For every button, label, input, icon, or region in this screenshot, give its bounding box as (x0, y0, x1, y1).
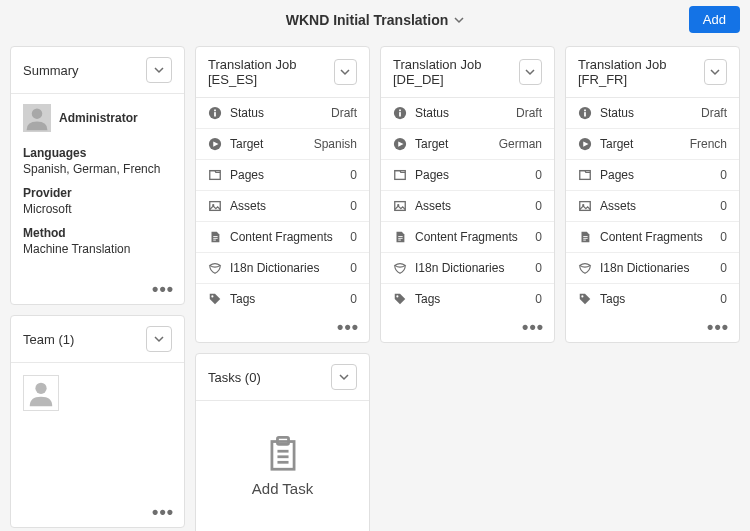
project-title: WKND Initial Translation (286, 12, 449, 28)
job-row: StatusDraft (196, 98, 369, 129)
tasks-collapse-toggle[interactable] (331, 364, 357, 390)
chevron-down-icon (454, 15, 464, 25)
svg-rect-29 (398, 238, 402, 239)
job-row-label: Target (600, 137, 633, 151)
dict-icon (393, 261, 407, 275)
job-title: Translation Job [FR_FR] (578, 57, 704, 87)
summary-card: Summary Administrator Languages Spanish,… (10, 46, 185, 305)
svg-rect-40 (583, 236, 587, 237)
job-row: Tags0 (566, 284, 739, 314)
svg-rect-33 (584, 112, 586, 116)
add-task-label: Add Task (252, 480, 313, 497)
method-label: Method (23, 226, 172, 240)
svg-rect-41 (583, 238, 587, 239)
assets-icon (578, 199, 592, 213)
svg-point-43 (581, 295, 583, 297)
project-title-dropdown[interactable]: WKND Initial Translation (286, 12, 465, 28)
team-more-menu[interactable]: ••• (152, 505, 174, 519)
job-row-value: 0 (350, 230, 357, 244)
job-row-value: French (690, 137, 727, 151)
job-row: Pages0 (566, 160, 739, 191)
job-row: StatusDraft (381, 98, 554, 129)
job-row: Pages0 (196, 160, 369, 191)
summary-collapse-toggle[interactable] (146, 57, 172, 83)
job-row-value: German (499, 137, 542, 151)
job-row-value: 0 (720, 261, 727, 275)
target-icon (208, 137, 222, 151)
translation-job-card-es: Translation Job [ES_ES] StatusDraftTarge… (195, 46, 370, 343)
info-icon (208, 106, 222, 120)
svg-rect-30 (398, 240, 401, 241)
svg-rect-38 (580, 202, 591, 211)
job-row: Assets0 (381, 191, 554, 222)
svg-rect-4 (214, 112, 216, 116)
job-row-label: I18n Dictionaries (600, 261, 689, 275)
svg-rect-11 (213, 236, 217, 237)
cf-icon (208, 230, 222, 244)
job-row-value: Draft (701, 106, 727, 120)
job-row: Assets0 (566, 191, 739, 222)
job-row: TargetGerman (381, 129, 554, 160)
job-row: TargetSpanish (196, 129, 369, 160)
summary-more-menu[interactable]: ••• (152, 282, 174, 296)
pages-icon (208, 168, 222, 182)
chevron-down-icon (710, 67, 720, 77)
job-row-value: 0 (535, 230, 542, 244)
languages-value: Spanish, German, French (23, 162, 172, 176)
team-card: Team (1) ••• (10, 315, 185, 528)
job-row-value: 0 (535, 292, 542, 306)
assets-icon (393, 199, 407, 213)
job-row: Pages0 (381, 160, 554, 191)
owner-name: Administrator (59, 111, 138, 125)
job-row-value: 0 (535, 199, 542, 213)
info-icon (578, 106, 592, 120)
job-row-label: Assets (230, 199, 266, 213)
svg-point-2 (35, 383, 46, 394)
job-row-value: 0 (720, 199, 727, 213)
cf-icon (393, 230, 407, 244)
team-member-avatar[interactable] (23, 375, 59, 411)
job-more-menu[interactable]: ••• (337, 320, 359, 334)
dict-icon (208, 261, 222, 275)
provider-label: Provider (23, 186, 172, 200)
job-row-value: 0 (350, 261, 357, 275)
job-more-menu[interactable]: ••• (522, 320, 544, 334)
team-collapse-toggle[interactable] (146, 326, 172, 352)
job-row-label: Assets (600, 199, 636, 213)
svg-rect-26 (395, 202, 406, 211)
job-row: Content Fragments0 (381, 222, 554, 253)
chevron-down-icon (525, 67, 535, 77)
job-collapse-toggle[interactable] (519, 59, 542, 85)
job-row-value: Spanish (314, 137, 357, 151)
svg-rect-28 (398, 236, 402, 237)
pages-icon (578, 168, 592, 182)
svg-rect-12 (213, 238, 217, 239)
job-row: StatusDraft (566, 98, 739, 129)
add-task-action[interactable]: Add Task (196, 401, 369, 531)
job-more-menu[interactable]: ••• (707, 320, 729, 334)
job-row-value: Draft (516, 106, 542, 120)
pages-icon (393, 168, 407, 182)
job-row-label: Pages (415, 168, 449, 182)
chevron-down-icon (154, 65, 164, 75)
job-row: Content Fragments0 (196, 222, 369, 253)
svg-point-31 (396, 295, 398, 297)
translation-job-card-fr: Translation Job [FR_FR] StatusDraftTarge… (565, 46, 740, 343)
tasks-card: Tasks (0) Add Task ••• (195, 353, 370, 531)
job-row-label: Content Fragments (600, 230, 703, 244)
job-row-value: 0 (350, 199, 357, 213)
job-row-value: 0 (350, 292, 357, 306)
tag-icon (393, 292, 407, 306)
add-button[interactable]: Add (689, 6, 740, 33)
job-row-value: 0 (535, 261, 542, 275)
target-icon (393, 137, 407, 151)
job-collapse-toggle[interactable] (704, 59, 727, 85)
avatar (23, 104, 51, 132)
summary-title: Summary (23, 63, 79, 78)
job-row-label: Content Fragments (415, 230, 518, 244)
job-row: I18n Dictionaries0 (381, 253, 554, 284)
job-row-label: Pages (230, 168, 264, 182)
target-icon (578, 137, 592, 151)
job-row-label: Target (230, 137, 263, 151)
job-collapse-toggle[interactable] (334, 59, 357, 85)
